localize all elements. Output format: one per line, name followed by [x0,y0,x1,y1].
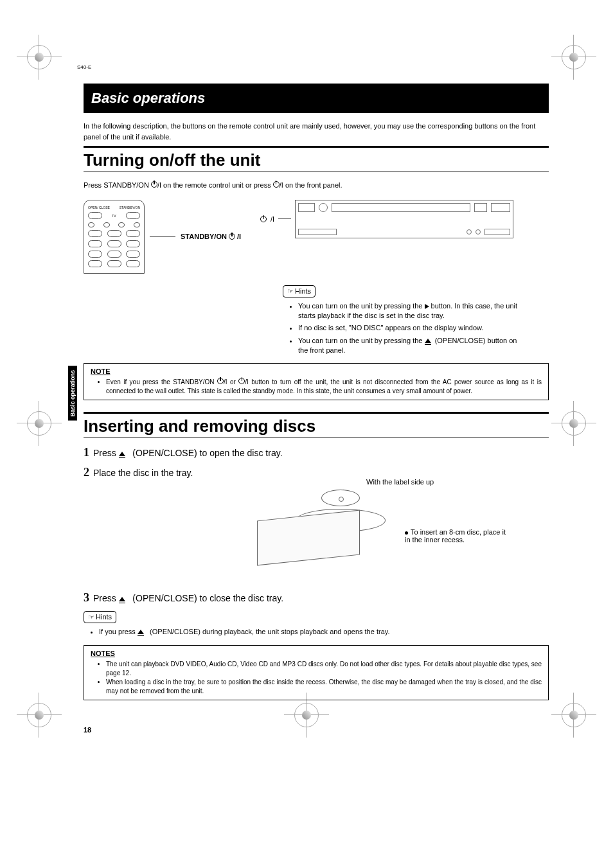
text-fragment: If you press [99,628,138,635]
note-heading: NOTE [91,368,542,375]
hints-badge: Hints [283,285,315,297]
hints-label: Hints [96,613,112,621]
text-fragment: With the label side up [366,478,434,486]
text-fragment: /I [271,215,274,223]
step-number: 3 [84,591,89,605]
player-body-shape [257,510,360,566]
step-3: 3 Press (OPEN/CLOSE) to close the disc t… [84,591,549,605]
remote-label: STANDBY/ON [120,206,140,209]
note-item: When loading a disc in the tray, be sure… [106,678,542,696]
eject-icon [425,339,431,343]
step-number: 2 [84,466,89,479]
section-heading-inserting: Inserting and removing discs [84,416,549,438]
hints-label: Hints [295,287,311,295]
text-fragment: Press [93,593,119,603]
note-item: The unit can playback DVD VIDEO, Audio C… [106,660,542,678]
front-panel-illustration [295,200,513,238]
text-fragment: or [227,378,238,385]
hints-list: If you press (OPEN/CLOSE) during playbac… [84,627,549,637]
text-fragment: Press STANDBY/ON [84,181,151,189]
hint-item: If you press (OPEN/CLOSE) during playbac… [99,627,549,637]
remote-label: OPEN/ CLOSE [88,206,110,209]
text-fragment: Press [93,448,119,458]
turn-on-instruction: Press STANDBY/ON /I on the remote contro… [84,180,549,191]
power-icon [151,181,157,188]
8cm-callout: To insert an 8-cm disc, place it in the … [405,528,508,544]
remote-diagram-group: OPEN/ CLOSESTANDBY/ON TV STANDBY/ON /I [84,200,241,274]
chapter-title: Basic operations [91,90,541,107]
hints-section: Hints You can turn on the unit by pressi… [283,285,527,356]
text-fragment: on the remote control unit or press [163,181,273,189]
eject-icon [119,452,125,456]
note-box: NOTE Even if you press the STANDBY/ON /I… [84,363,549,400]
header-model-code: S40-E [77,64,91,70]
hints-badge: Hints [84,611,116,623]
text-fragment: Even if you press the STANDBY/ON [106,378,217,385]
intro-paragraph: In the following description, the button… [84,121,549,142]
diagram-row: OPEN/ CLOSESTANDBY/ON TV STANDBY/ON /I /… [84,200,549,274]
hint-item: If no disc is set, "NO DISC" appears on … [298,323,527,333]
text-fragment: STANDBY/ON [181,233,227,240]
step-1: 1 Press (OPEN/CLOSE) to open the disc tr… [84,446,549,459]
eject-icon [119,597,125,601]
step-text: Press (OPEN/CLOSE) to open the disc tray… [93,448,283,458]
power-icon [238,378,245,384]
notes-heading: NOTES [91,650,542,657]
page-number: 18 [84,726,549,734]
connector-line [278,218,291,219]
section-heading-turning-on: Turning on/off the unit [84,150,549,172]
thick-divider [84,412,549,414]
text-fragment: You can turn on the unit by pressing the [298,337,425,344]
text-fragment: on the front panel. [285,181,342,189]
connector-line [150,236,175,237]
hint-item: You can turn on the unit by pressing the… [298,336,527,356]
disc-insertion-illustration: With the label side up To insert an 8-cm… [257,483,549,580]
text-fragment: (OPEN/CLOSE) during playback, the unit s… [148,628,389,635]
front-panel-group: /I [260,200,513,238]
label-side-callout: With the label side up [366,478,434,486]
text-fragment: (OPEN/CLOSE) to close the disc tray. [130,593,283,603]
bullet-icon [405,531,408,535]
standby-on-label: STANDBY/ON /I [181,233,241,240]
disc-shape [321,490,360,506]
power-icon [273,181,280,188]
power-icon [260,216,267,222]
thick-divider [84,146,549,148]
text-fragment: (OPEN/CLOSE) to open the disc tray. [130,448,282,458]
side-tab: Basic operations [68,366,77,421]
remote-control-illustration: OPEN/ CLOSESTANDBY/ON TV [84,200,145,274]
play-icon [425,304,429,309]
power-icon [217,378,224,384]
hint-item: You can turn on the unit by pressing the… [298,301,527,321]
step-number: 1 [84,446,89,459]
step-text: Place the disc in the tray. [93,468,193,478]
power-icon [229,233,235,240]
notes-box: NOTES The unit can playback DVD VIDEO, A… [84,645,549,700]
hints-list: You can turn on the unit by pressing the… [283,301,527,356]
text-fragment: You can turn on the unit by pressing the [298,302,425,310]
step-text: Press (OPEN/CLOSE) to close the disc tra… [93,593,283,603]
eject-icon [138,630,144,634]
remote-label: TV [112,214,116,218]
note-text: Even if you press the STANDBY/ON /I or /… [106,378,542,396]
text-fragment: To insert an 8-cm disc, place it in the … [405,528,506,544]
step-2: 2 Place the disc in the tray. [84,466,549,479]
chapter-title-bar: Basic operations [84,84,549,113]
